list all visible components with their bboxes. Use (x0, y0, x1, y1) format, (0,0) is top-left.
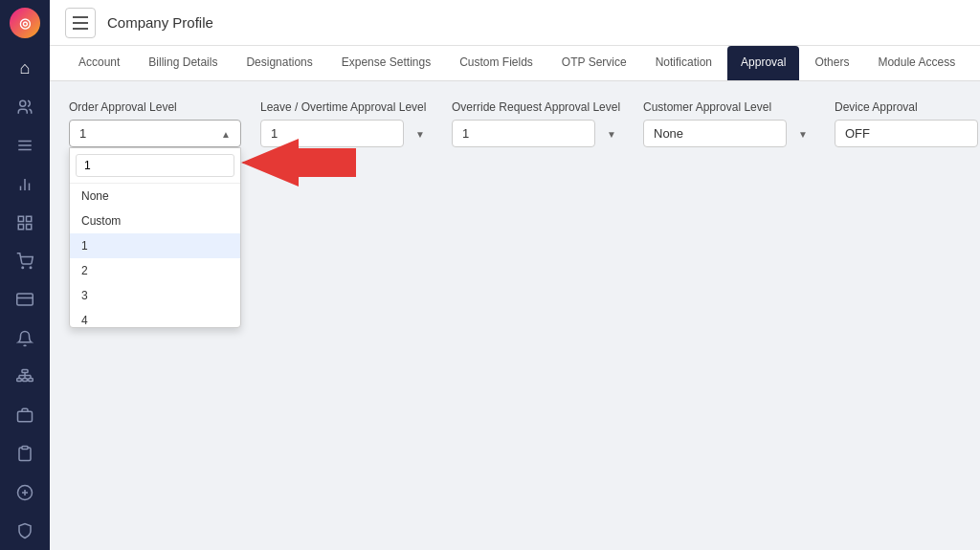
tab-designations[interactable]: Designations (233, 46, 325, 80)
sidebar-item-chart[interactable] (0, 165, 50, 203)
override-request-select-wrapper: 1 2 3 ▼ (452, 120, 624, 147)
device-approval-label: Device Approval (835, 100, 980, 114)
leave-overtime-label: Leave / Overtime Approval Level (260, 100, 433, 114)
device-approval-field: Device Approval OFF ON ▼ (835, 100, 980, 147)
svg-point-11 (22, 267, 24, 269)
tab-module[interactable]: Module Access (864, 46, 969, 80)
dropdown-item-3[interactable]: 3 (70, 283, 240, 308)
tab-others[interactable]: Others (801, 46, 862, 80)
sidebar-item-coin[interactable] (0, 473, 50, 512)
red-arrow-annotation (241, 139, 356, 189)
order-approval-value: 1 (79, 126, 86, 141)
sidebar-item-shield[interactable] (0, 512, 50, 550)
approval-fields-row: Order Approval Level 1 None Custom 1 (69, 100, 961, 147)
svg-rect-8 (27, 216, 32, 221)
dropdown-item-1[interactable]: 1 (70, 233, 240, 258)
dropdown-search-input[interactable] (76, 154, 234, 177)
sidebar: ◎ ⌂ (0, 0, 50, 550)
override-request-label: Override Request Approval Level (452, 100, 624, 114)
tab-notification[interactable]: Notification (642, 46, 725, 80)
sidebar-item-list[interactable] (0, 126, 50, 165)
app-logo: ◎ (0, 0, 50, 46)
svg-rect-25 (22, 447, 28, 450)
tab-approval[interactable]: Approval (727, 46, 799, 80)
svg-rect-17 (23, 378, 28, 381)
order-approval-dropdown-container: 1 None Custom 1 2 3 4 (69, 120, 241, 147)
sidebar-item-home[interactable]: ⌂ (0, 50, 50, 88)
order-approval-field: Order Approval Level 1 None Custom 1 (69, 100, 241, 147)
customer-approval-select-wrapper: None 1 2 ▼ (643, 120, 815, 147)
svg-rect-13 (17, 294, 33, 305)
menu-button[interactable] (65, 8, 96, 38)
svg-rect-24 (18, 411, 33, 422)
device-approval-select-wrapper: OFF ON ▼ (835, 120, 980, 147)
svg-point-0 (20, 100, 26, 106)
dropdown-item-none[interactable]: None (70, 184, 240, 209)
page-title: Company Profile (107, 14, 213, 31)
tab-billing[interactable]: Billing Details (135, 46, 231, 80)
sidebar-item-clipboard[interactable] (0, 434, 50, 473)
svg-rect-16 (17, 378, 22, 381)
logo-circle: ◎ (10, 8, 40, 38)
customer-approval-label: Customer Approval Level (643, 100, 815, 114)
order-approval-dropdown-panel: None Custom 1 2 3 4 5 (69, 147, 241, 328)
tabs-bar: Account Billing Details Designations Exp… (50, 46, 980, 81)
customer-approval-select[interactable]: None 1 2 (643, 120, 787, 147)
sidebar-item-card[interactable] (0, 280, 50, 319)
customer-approval-field: Customer Approval Level None 1 2 ▼ (643, 100, 815, 147)
dropdown-item-4[interactable]: 4 (70, 308, 240, 327)
sidebar-item-cart[interactable] (0, 242, 50, 280)
svg-rect-9 (18, 224, 23, 229)
order-approval-label: Order Approval Level (69, 100, 241, 114)
sidebar-item-bell[interactable] (0, 319, 50, 357)
order-approval-trigger[interactable]: 1 (69, 120, 241, 147)
sidebar-item-briefcase[interactable] (0, 396, 50, 434)
customer-approval-chevron-icon: ▼ (798, 128, 808, 139)
tab-expense[interactable]: Expense Settings (328, 46, 444, 80)
chevron-up-icon (221, 126, 231, 141)
dropdown-search-area (70, 148, 240, 184)
leave-overtime-chevron-icon: ▼ (415, 128, 425, 139)
dropdown-item-2[interactable]: 2 (70, 258, 240, 283)
tab-account[interactable]: Account (65, 46, 133, 80)
header: Company Profile (50, 0, 980, 46)
svg-rect-18 (29, 378, 33, 381)
device-approval-select[interactable]: OFF ON (835, 120, 978, 147)
svg-point-12 (30, 267, 32, 269)
sidebar-item-org[interactable] (0, 358, 50, 396)
sidebar-item-grid[interactable] (0, 204, 50, 242)
dropdown-list: None Custom 1 2 3 4 5 (70, 184, 240, 327)
svg-rect-10 (27, 224, 32, 229)
tab-custom[interactable]: Custom Fields (446, 46, 546, 80)
override-request-select[interactable]: 1 2 3 (452, 120, 595, 147)
svg-rect-7 (18, 216, 23, 221)
main-area: Company Profile Account Billing Details … (50, 0, 980, 550)
tab-otp[interactable]: OTP Service (548, 46, 640, 80)
dropdown-item-custom[interactable]: Custom (70, 209, 240, 233)
content-area: Order Approval Level 1 None Custom 1 (50, 81, 980, 550)
svg-rect-15 (22, 369, 28, 372)
override-request-chevron-icon: ▼ (607, 128, 616, 139)
override-request-field: Override Request Approval Level 1 2 3 ▼ (452, 100, 624, 147)
svg-marker-29 (241, 139, 356, 187)
sidebar-item-users[interactable] (0, 88, 50, 126)
